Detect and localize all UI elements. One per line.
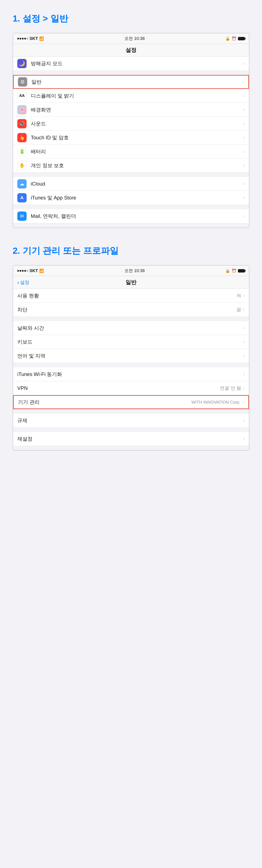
icon-sound: 🔊 bbox=[17, 119, 27, 128]
back-button-2[interactable]: ‹ 설정 bbox=[17, 279, 29, 286]
list-item-usage[interactable]: 사용 현황 켜 › bbox=[13, 289, 249, 303]
s2-gap-4 bbox=[13, 428, 249, 432]
s2-gap-2 bbox=[13, 363, 249, 367]
chevron-usage: › bbox=[243, 293, 245, 299]
label-device-mgmt: 기기 관리 bbox=[18, 399, 191, 405]
chevron-icloud: › bbox=[243, 181, 245, 187]
s2-group2: 날짜와 시간 › 키보드 › 언어 및 지역 › bbox=[13, 321, 249, 363]
icon-itunes: A bbox=[17, 193, 27, 203]
group-4-section1: ✉ Mail, 연락처, 캘린더 › bbox=[13, 209, 249, 223]
chevron-reset: › bbox=[243, 436, 245, 442]
icon-wallpaper: 🌸 bbox=[17, 105, 27, 115]
group-2-section1: ⚙ 일반 › AA 디스플레이 및 밝기 › 🌸 배경화면 bbox=[13, 75, 249, 173]
s2-group4: 규제 › bbox=[13, 413, 249, 428]
value-restriction: 끔 bbox=[236, 307, 241, 313]
page-wrapper: 1. 설정 > 일반 SKT 📶 오전 10:38 � bbox=[0, 0, 262, 485]
chevron-itunes-wifi: › bbox=[243, 372, 245, 377]
list-item-vpn[interactable]: VPN 연결 안 됨 › bbox=[13, 381, 249, 395]
label-battery: 배터리 bbox=[31, 148, 243, 155]
list-item-battery[interactable]: 🔋 배터리 › bbox=[13, 145, 249, 158]
chevron-itunes: › bbox=[243, 195, 245, 200]
label-privacy: 개인 정보 보호 bbox=[31, 162, 243, 169]
nav-title-2: 일반 bbox=[126, 279, 136, 286]
list-item-privacy[interactable]: ✋ 개인 정보 보호 › bbox=[13, 158, 249, 173]
list-item-regulation[interactable]: 규제 › bbox=[13, 413, 249, 428]
label-donotdisturb: 방해금지 모드 bbox=[31, 60, 243, 67]
chevron-datetime: › bbox=[243, 325, 245, 331]
wifi-icon-1: 📶 bbox=[39, 36, 44, 41]
s2-dot2 bbox=[20, 270, 21, 272]
list-item-itunes-wifi[interactable]: iTunes Wi-Fi 동기화 › bbox=[13, 367, 249, 381]
list-item-general[interactable]: ⚙ 일반 › bbox=[13, 75, 249, 89]
dot5 bbox=[27, 38, 28, 39]
label-language: 언어 및 지역 bbox=[17, 352, 243, 359]
chevron-regulation: › bbox=[243, 418, 245, 423]
list-item-device-mgmt[interactable]: 기기 관리 WITH INNOVATION Corp. › bbox=[13, 395, 249, 409]
status-left-2: SKT 📶 bbox=[17, 268, 44, 273]
s2-dot5 bbox=[27, 270, 28, 272]
carrier-label-1: SKT bbox=[30, 36, 38, 41]
label-general: 일반 bbox=[31, 79, 242, 85]
icon-battery: 🔋 bbox=[17, 147, 27, 156]
dot3 bbox=[22, 38, 24, 39]
label-reset: 재설정 bbox=[17, 435, 243, 442]
chevron-language: › bbox=[243, 353, 245, 359]
bottom-gap-2 bbox=[13, 446, 249, 450]
s2-dot4 bbox=[24, 270, 26, 272]
label-touchid: Touch ID 및 암호 bbox=[31, 134, 243, 141]
phone-frame-2: SKT 📶 오전 10:38 🔒 ⏰ ‹ 설정 일반 bbox=[13, 265, 249, 451]
icon-touchid: 👆 bbox=[17, 133, 27, 142]
list-item-reset[interactable]: 재설정 › bbox=[13, 432, 249, 446]
list-item-language[interactable]: 언어 및 지역 › bbox=[13, 349, 249, 363]
list-item-itunes[interactable]: A iTunes 및 App Store › bbox=[13, 191, 249, 205]
nav-bar-2: ‹ 설정 일반 bbox=[13, 276, 249, 289]
dot2 bbox=[20, 38, 21, 39]
chevron-privacy: › bbox=[243, 163, 245, 168]
section-2: 2. 기기 관리 또는 프로파일 SKT 📶 오전 10:38 bbox=[13, 245, 249, 451]
label-restriction: 차단 bbox=[17, 306, 236, 313]
icon-donotdisturb: 🌙 bbox=[17, 59, 27, 68]
list-item-restriction[interactable]: 차단 끔 › bbox=[13, 303, 249, 317]
list-item-donotdisturb[interactable]: 🌙 방해금지 모드 › bbox=[13, 57, 249, 70]
status-right-1: 🔒 ⏰ bbox=[225, 36, 245, 41]
chevron-mail: › bbox=[243, 213, 245, 219]
lock-icon-2: 🔒 bbox=[225, 269, 230, 273]
value-vpn: 연결 안 됨 bbox=[220, 385, 241, 391]
group-1-section1: 🌙 방해금지 모드 › bbox=[13, 57, 249, 71]
phone-frame-1: SKT 📶 오전 10:38 🔒 ⏰ 설정 🌙 bbox=[13, 33, 249, 228]
list-item-touchid[interactable]: 👆 Touch ID 및 암호 › bbox=[13, 131, 249, 145]
battery-icon-1 bbox=[238, 37, 245, 40]
label-itunes-wifi: iTunes Wi-Fi 동기화 bbox=[17, 371, 243, 378]
alarm-icon-2: ⏰ bbox=[232, 269, 236, 273]
signal-dots-2 bbox=[17, 270, 28, 272]
list-item-sound[interactable]: 🔊 사운드 › bbox=[13, 117, 249, 131]
list-item-display[interactable]: AA 디스플레이 및 밝기 › bbox=[13, 89, 249, 103]
section-1: 1. 설정 > 일반 SKT 📶 오전 10:38 � bbox=[13, 13, 249, 228]
s2-group5: 재설정 › bbox=[13, 432, 249, 446]
chevron-battery: › bbox=[243, 149, 245, 154]
label-display: 디스플레이 및 밝기 bbox=[31, 92, 243, 99]
dot4 bbox=[24, 38, 26, 39]
chevron-keyboard: › bbox=[243, 339, 245, 345]
label-vpn: VPN bbox=[17, 385, 220, 391]
list-item-icloud[interactable]: ☁ iCloud › bbox=[13, 177, 249, 191]
status-bar-1: SKT 📶 오전 10:38 🔒 ⏰ bbox=[13, 33, 249, 44]
icon-display: AA bbox=[17, 91, 27, 100]
nav-bar-1: 설정 bbox=[13, 44, 249, 57]
label-datetime: 날짜와 시간 bbox=[17, 324, 243, 332]
section-2-heading: 2. 기기 관리 또는 프로파일 bbox=[13, 245, 249, 257]
list-item-wallpaper[interactable]: 🌸 배경화면 › bbox=[13, 103, 249, 117]
list-item-keyboard[interactable]: 키보드 › bbox=[13, 335, 249, 349]
value-device-mgmt: WITH INNOVATION Corp. bbox=[191, 400, 240, 405]
battery-icon-2 bbox=[238, 269, 245, 273]
list-item-datetime[interactable]: 날짜와 시간 › bbox=[13, 321, 249, 335]
gap-3 bbox=[13, 205, 249, 209]
chevron-vpn: › bbox=[243, 385, 245, 391]
icon-mail: ✉ bbox=[17, 212, 27, 221]
list-item-mail[interactable]: ✉ Mail, 연락처, 캘린더 › bbox=[13, 209, 249, 223]
wifi-icon-2: 📶 bbox=[39, 269, 44, 273]
s2-group1: 사용 현황 켜 › 차단 끔 › bbox=[13, 289, 249, 317]
label-mail: Mail, 연락처, 캘린더 bbox=[31, 213, 243, 220]
label-keyboard: 키보드 bbox=[17, 339, 243, 345]
label-icloud: iCloud bbox=[31, 181, 243, 187]
